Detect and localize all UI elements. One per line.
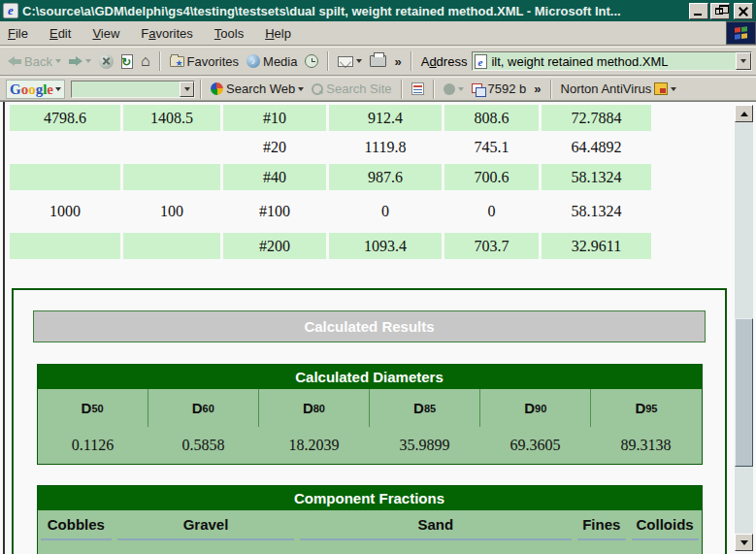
mail-dropdown-icon[interactable] (356, 59, 362, 63)
favorites-button[interactable]: ★ Favorites (166, 52, 243, 71)
media-icon: ♪ (247, 54, 260, 68)
google-logo-letter: G (10, 81, 21, 97)
diameter-column-header: D60 (148, 389, 259, 427)
print-button[interactable] (366, 53, 390, 69)
back-arrow-icon (8, 56, 21, 66)
google-logo-button[interactable]: Google (6, 80, 65, 99)
vertical-scrollbar[interactable] (735, 105, 753, 551)
sieve-cell: #40 (223, 164, 326, 190)
page-info-button[interactable] (408, 81, 428, 97)
restore-icon (715, 8, 723, 15)
mail-button[interactable] (334, 54, 366, 69)
stop-icon (99, 54, 114, 69)
menu-favorites[interactable]: Favorites (141, 26, 192, 41)
refresh-button[interactable]: ↻ (117, 52, 137, 71)
close-button[interactable] (734, 3, 753, 19)
diameter-value: 0.1126 (38, 427, 148, 464)
address-value[interactable]: ilt, weight retained method.XML (491, 54, 736, 69)
google-toolbar: Google Search Web Search Site 7592 b » (0, 77, 756, 101)
pagerank-dropdown-icon[interactable] (458, 87, 464, 91)
toolbar-separator (550, 80, 552, 99)
document-icon: e (475, 54, 487, 69)
scroll-up-icon (740, 112, 748, 116)
sieve-cell (123, 164, 220, 190)
address-bar[interactable]: e ilt, weight retained method.XML (472, 51, 752, 71)
norton-antivirus-button[interactable]: Norton AntiVirus (557, 80, 681, 98)
dropdown-icon (740, 59, 746, 63)
history-button[interactable] (301, 52, 322, 70)
address-dropdown-button[interactable] (736, 52, 751, 70)
sieve-cell: 32.9611 (542, 233, 651, 259)
results-banner: Calculated Results (33, 310, 706, 342)
diameter-value: 18.2039 (259, 427, 370, 464)
norton-label: Norton AntiVirus (561, 81, 652, 96)
fractions-table-title: Component Fractions (38, 486, 702, 510)
diameters-header-row: D50D60D80D85D90D95 (38, 389, 702, 427)
fraction-column-header: Sand (297, 510, 575, 543)
sieve-cell: 808.6 (444, 105, 539, 131)
media-button[interactable]: ♪ Media (243, 52, 301, 71)
search-site-button[interactable]: Search Site (308, 80, 395, 98)
toolbar-chevron[interactable]: » (390, 52, 405, 71)
diameter-value: 89.3138 (591, 427, 702, 464)
search-web-button[interactable]: Search Web (207, 80, 308, 98)
toolbar-separator (327, 51, 329, 71)
googlebar-chevron[interactable]: » (530, 80, 544, 98)
google-search-input[interactable] (71, 81, 195, 98)
search-web-icon (211, 82, 223, 95)
popup-blocker-icon (472, 83, 485, 95)
toolbar-separator (433, 80, 435, 99)
fraction-value (629, 543, 702, 554)
fractions-header-row: CobblesGravelSandFinesColloids (38, 510, 702, 543)
minimize-button[interactable] (689, 3, 708, 19)
fraction-value: 33.0 (575, 543, 629, 554)
sieve-cell: #10 (223, 105, 326, 131)
forward-arrow-icon (69, 56, 82, 66)
google-logo: Google (10, 81, 53, 97)
sieve-table: 4798.61408.5#10912.4808.672.7884#201119.… (10, 105, 651, 259)
fraction-value: 16.3 (115, 543, 296, 554)
back-label: Back (24, 54, 52, 69)
menu-file[interactable]: File (8, 26, 28, 41)
forward-button[interactable] (65, 54, 95, 68)
search-web-dropdown-icon[interactable] (298, 87, 304, 91)
sieve-cell (123, 233, 220, 259)
scroll-up-button[interactable] (735, 105, 753, 122)
home-button[interactable]: ⌂ (137, 51, 154, 71)
sieve-cell: #20 (223, 131, 326, 164)
page-border-line (3, 102, 5, 554)
back-button[interactable]: Back (4, 52, 65, 71)
sieve-cell: 1000 (10, 190, 120, 233)
google-search-dropdown-button[interactable] (180, 81, 194, 97)
menu-view[interactable]: View (92, 26, 119, 41)
sieve-cell: #100 (223, 190, 326, 233)
fractions-values-row: 8.616.342.133.0 (38, 543, 702, 554)
menu-tools[interactable]: Tools (214, 26, 244, 41)
back-dropdown-icon[interactable] (55, 59, 61, 63)
diameters-values-row: 0.11260.585818.203935.989969.360589.3138 (38, 427, 702, 464)
forward-dropdown-icon[interactable] (85, 59, 91, 63)
sieve-cell: 987.6 (329, 164, 442, 190)
restore-button[interactable] (710, 3, 730, 19)
toolbar-separator (200, 80, 202, 99)
diameters-table-title: Calculated Diameters (38, 365, 702, 389)
diameter-column-header: D90 (480, 389, 591, 427)
popup-blocker-button[interactable]: 7592 b (468, 80, 531, 98)
stop-button[interactable] (95, 52, 117, 71)
pagerank-button[interactable] (440, 81, 468, 97)
fraction-column-header: Fines (575, 510, 629, 543)
toolbar-separator (411, 51, 412, 71)
pagerank-icon (444, 83, 455, 95)
sieve-cell: 58.1324 (542, 164, 651, 190)
sieve-cell: 100 (123, 190, 220, 233)
menu-help[interactable]: Help (265, 26, 291, 41)
toolbar-separator (401, 80, 403, 99)
sieve-cell: 72.7884 (542, 105, 651, 131)
menu-items: FileEditViewFavoritesToolsHelp (8, 24, 312, 42)
menu-edit[interactable]: Edit (49, 26, 71, 41)
norton-dropdown-icon[interactable] (671, 87, 676, 91)
scroll-down-button[interactable] (735, 534, 753, 551)
scrollbar-thumb[interactable] (735, 318, 753, 467)
google-dropdown-icon[interactable] (55, 87, 61, 91)
diameter-value: 0.5858 (148, 427, 259, 464)
